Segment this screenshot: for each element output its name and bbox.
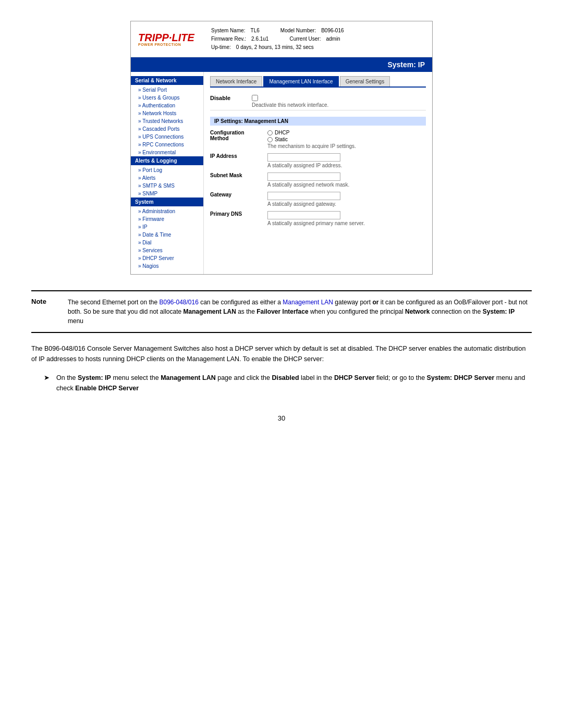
user-value: admin [326, 35, 340, 43]
sidebar-item-dhcp-server[interactable]: DHCP Server [131, 254, 203, 262]
primary-dns-value: A statically assigned primary name serve… [267, 211, 426, 226]
sidebar-item-firmware[interactable]: Firmware [131, 215, 203, 223]
note-network: Network [405, 308, 430, 315]
sidebar-item-ip[interactable]: IP [131, 223, 203, 231]
disabled-ref: Disabled [272, 374, 299, 381]
sidebar-item-services[interactable]: Services [131, 246, 203, 254]
disable-checkbox[interactable] [252, 95, 258, 101]
note-mgmt-lan-bold: Management LAN [183, 308, 236, 315]
sidebar-item-users-groups[interactable]: Users & Groups [131, 94, 203, 102]
subnet-mask-label: Subnet Mask [210, 172, 267, 178]
page-container: TRIPP·LITE POWER PROTECTION System Name:… [0, 0, 563, 728]
primary-dns-desc: A statically assigned primary name serve… [267, 220, 426, 226]
gateway-value: A statically assigned gateway. [267, 192, 426, 207]
main-panel: Network Interface Management LAN Interfa… [204, 72, 432, 274]
dhcp-server-ref: DHCP Server [334, 374, 375, 381]
logo-tagline: POWER PROTECTION [138, 43, 201, 46]
system-dhcp-ref: System: DHCP Server [427, 374, 495, 381]
gateway-label: Gateway [210, 192, 267, 198]
bullet-list: ➤ On the System: IP menu select the Mana… [44, 373, 532, 393]
sidebar-item-smtp-sms[interactable]: SMTP & SMS [131, 182, 203, 190]
subnet-mask-desc: A statically assigned network mask. [267, 182, 426, 188]
gateway-row: Gateway A statically assigned gateway. [210, 192, 426, 207]
sidebar: Serial & Network Serial Port Users & Gro… [131, 72, 204, 274]
logo-area: TRIPP·LITE POWER PROTECTION [138, 32, 201, 46]
ui-panel: TRIPP·LITE POWER PROTECTION System Name:… [130, 21, 433, 275]
ui-header: TRIPP·LITE POWER PROTECTION System Name:… [131, 21, 432, 57]
sidebar-item-date-time[interactable]: Date & Time [131, 231, 203, 239]
bullet-item-1: ➤ On the System: IP menu select the Mana… [44, 373, 532, 393]
sidebar-item-trusted-networks[interactable]: Trusted Networks [131, 117, 203, 125]
mgmt-lan-ref: Management LAN [161, 374, 216, 381]
tab-general-settings[interactable]: General Settings [340, 76, 390, 87]
config-method-row: Configuration Method DHCP Static [210, 130, 426, 149]
note-failover: Failover Interface [256, 308, 308, 315]
note-mgmt-lan: Management LAN [283, 299, 333, 306]
primary-dns-input[interactable] [267, 211, 340, 219]
sidebar-item-cascaded-ports[interactable]: Cascaded Ports [131, 125, 203, 133]
config-method-value: DHCP Static The mechanism to acquire IP … [267, 130, 426, 149]
header-row-2: Firmware Rev.: 2.6.1u1 Current User: adm… [211, 35, 425, 43]
config-method-label: Configuration Method [210, 130, 267, 141]
ui-body: Serial & Network Serial Port Users & Gro… [131, 72, 432, 274]
gateway-desc: A statically assigned gateway. [267, 201, 426, 207]
sidebar-item-snmp[interactable]: SNMP [131, 190, 203, 198]
ip-address-row: IP Address A statically assigned IP addr… [210, 153, 426, 168]
primary-dns-label: Primary DNS [210, 211, 267, 217]
config-method-desc: The mechanism to acquire IP settings. [267, 143, 426, 149]
user-label: Current User: [289, 35, 321, 43]
note-label: Note [31, 298, 63, 326]
bullet-item-text: On the System: IP menu select the Manage… [56, 373, 532, 393]
title-bar: System: IP [131, 57, 432, 72]
sidebar-item-authentication[interactable]: Authentication [131, 102, 203, 109]
radio-static-label: Static [275, 137, 288, 142]
sidebar-item-administration[interactable]: Administration [131, 207, 203, 215]
sidebar-item-rpc-connections[interactable]: RPC Connections [131, 141, 203, 149]
uptime-value: 0 days, 2 hours, 13 mins, 32 secs [236, 43, 314, 52]
firmware-value: 2.6.1u1 [251, 35, 268, 43]
sidebar-item-port-log[interactable]: Port Log [131, 166, 203, 174]
disable-content: Deactivate this network interface. [252, 95, 328, 108]
sidebar-item-network-hosts[interactable]: Network Hosts [131, 109, 203, 117]
sidebar-section-alerts: Alerts & Logging [131, 156, 203, 165]
disable-label: Disable [210, 95, 252, 101]
header-info: System Name: TL6 Model Number: B096-016 … [201, 27, 425, 52]
note-section: Note The second Ethernet port on the B09… [31, 290, 532, 333]
sidebar-item-alerts[interactable]: Alerts [131, 174, 203, 182]
sidebar-item-dial[interactable]: Dial [131, 239, 203, 246]
note-or: or [372, 299, 378, 306]
ip-address-desc: A statically assigned IP address. [267, 163, 426, 168]
system-ip-ref: System: IP [78, 374, 111, 381]
ip-address-label: IP Address [210, 153, 267, 159]
tabs-row: Network Interface Management LAN Interfa… [210, 76, 426, 88]
body-paragraph: The B096-048/016 Console Server Manageme… [31, 343, 532, 364]
radio-dhcp-circle [267, 130, 273, 135]
note-text: The second Ethernet port on the B096-048… [68, 298, 532, 326]
subnet-mask-row: Subnet Mask A statically assigned networ… [210, 172, 426, 188]
sidebar-item-ups-connections[interactable]: UPS Connections [131, 133, 203, 141]
sidebar-section-serial: Serial & Network [131, 76, 203, 85]
sidebar-item-nagios[interactable]: Nagios [131, 262, 203, 270]
radio-static-circle [267, 137, 273, 142]
ip-address-input[interactable] [267, 153, 340, 162]
header-row-1: System Name: TL6 Model Number: B096-016 [211, 27, 425, 35]
note-model: B096-048/016 [159, 299, 198, 306]
header-row-3: Up-time: 0 days, 2 hours, 13 mins, 32 se… [211, 43, 425, 52]
primary-dns-row: Primary DNS A statically assigned primar… [210, 211, 426, 226]
radio-dhcp[interactable]: DHCP [267, 130, 426, 135]
radio-static[interactable]: Static [267, 137, 426, 142]
ip-address-value: A statically assigned IP address. [267, 153, 426, 168]
sidebar-item-environmental[interactable]: Environmental [131, 149, 203, 156]
radio-group: DHCP Static [267, 130, 426, 142]
model-value: B096-016 [321, 27, 344, 35]
tab-management-lan[interactable]: Management LAN Interface [263, 76, 338, 87]
subnet-mask-value: A statically assigned network mask. [267, 172, 426, 188]
tab-network-interface[interactable]: Network Interface [210, 76, 262, 87]
sidebar-item-serial-port[interactable]: Serial Port [131, 86, 203, 94]
gateway-input[interactable] [267, 192, 340, 200]
note-system-ip: System: IP [483, 308, 515, 315]
system-name-value: TL6 [251, 27, 260, 35]
subnet-mask-input[interactable] [267, 172, 340, 181]
enable-dhcp-ref: Enable DHCP Server [75, 385, 139, 392]
system-name-label: System Name: [211, 27, 246, 35]
